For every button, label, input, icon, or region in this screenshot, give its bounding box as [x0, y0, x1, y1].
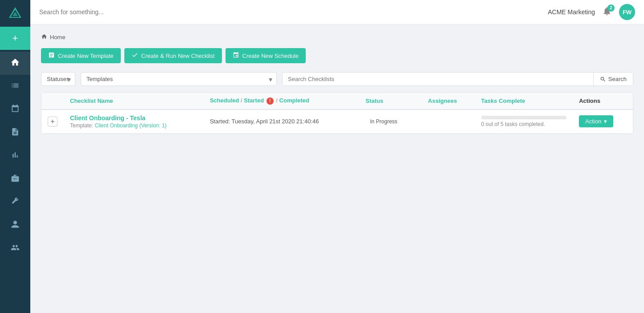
user-avatar[interactable]: FW [619, 4, 635, 20]
org-name: ACME Marketing [548, 8, 595, 16]
create-schedule-label: Create New Schedule [242, 53, 299, 59]
progress-bar [481, 116, 567, 119]
person-icon [11, 220, 20, 231]
started-date: Started: Tuesday, April 21st 2020 21:40:… [210, 118, 319, 125]
search-button-label: Search [608, 76, 627, 82]
add-button[interactable]: + [0, 27, 30, 50]
checklists-table: Checklist Name Scheduled / Started ! / C… [41, 92, 633, 134]
checklist-search-input[interactable] [283, 73, 593, 85]
templates-filter-wrapper: Templates [81, 72, 277, 86]
global-search-input[interactable] [39, 8, 548, 16]
action-dropdown-button[interactable]: Action ▾ [579, 115, 613, 127]
col-assignees: Assignees [422, 93, 475, 110]
status-filter-wrapper: Statuses [41, 72, 75, 86]
warning-icon: ! [267, 98, 274, 105]
actions-cell: Action ▾ [573, 110, 633, 134]
page-content: Home Create New Template Create & Run Ne… [30, 24, 644, 313]
list-icon [11, 81, 20, 92]
wrench-icon [11, 197, 20, 208]
expand-col-header [41, 93, 64, 110]
breadcrumb-home-link[interactable]: Home [50, 34, 66, 41]
col-tasks-complete: Tasks Complete [475, 93, 573, 110]
sidebar-item-list[interactable] [0, 75, 30, 98]
scheduled-started-cell: Started: Tuesday, April 21st 2020 21:40:… [204, 110, 360, 134]
sidebar-item-briefcase[interactable] [0, 167, 30, 191]
sidebar-item-calendar[interactable] [0, 98, 30, 121]
checklist-search-button[interactable]: Search [593, 73, 633, 85]
sidebar-item-notes[interactable] [0, 121, 30, 144]
sidebar-item-wrench[interactable] [0, 191, 30, 214]
sidebar-item-group[interactable] [0, 237, 30, 260]
assignees-cell [422, 110, 475, 134]
breadcrumb: Home [41, 33, 633, 41]
templates-filter[interactable]: Templates [81, 72, 277, 86]
sidebar-item-chart[interactable] [0, 144, 30, 167]
sidebar-nav [0, 52, 30, 260]
create-checklist-button[interactable]: Create & Run New Checklist [124, 48, 222, 63]
briefcase-icon [11, 174, 20, 185]
col-status: Status [359, 93, 422, 110]
checklist-run-icon [131, 52, 138, 60]
notification-bell[interactable]: 2 [602, 6, 612, 18]
avatar-initials: FW [623, 9, 632, 16]
template-icon [48, 52, 55, 60]
checklist-search-box: Search [282, 72, 633, 86]
tasks-complete-cell: 0 out of 5 tasks completed. [475, 110, 573, 134]
topbar: ACME Marketing 2 FW [30, 0, 644, 24]
col-actions: Actions [573, 93, 633, 110]
schedule-icon [233, 52, 239, 60]
checklist-name-link[interactable]: Client Onboarding - Tesla [70, 114, 197, 122]
filters-row: Statuses Templates Search [41, 72, 633, 86]
home-icon [10, 57, 20, 69]
dropdown-caret-icon: ▾ [604, 118, 607, 125]
table-row: + Client Onboarding - Tesla Template: Cl… [41, 110, 633, 134]
calendar-icon [11, 104, 20, 115]
status-filter[interactable]: Statuses [41, 72, 75, 86]
topbar-right: ACME Marketing 2 FW [548, 4, 635, 20]
template-name-link[interactable]: Client Onboarding (Version: 1) [94, 122, 166, 129]
sidebar-item-person[interactable] [0, 214, 30, 237]
action-label: Action [585, 118, 601, 125]
action-buttons-row: Create New Template Create & Run New Che… [41, 48, 633, 63]
checklist-name-cell: Client Onboarding - Tesla Template: Clie… [64, 110, 204, 134]
col-scheduled-started-completed: Scheduled / Started ! / Completed [204, 93, 360, 110]
notification-badge: 2 [607, 4, 615, 12]
expand-row-button[interactable]: + [48, 117, 57, 126]
create-checklist-label: Create & Run New Checklist [141, 53, 215, 59]
sidebar: + [0, 0, 30, 313]
status-badge: In Progress [365, 117, 402, 126]
create-schedule-button[interactable]: Create New Schedule [226, 48, 306, 63]
tasks-text: 0 out of 5 tasks completed. [481, 121, 567, 127]
create-template-label: Create New Template [58, 53, 114, 59]
create-template-button[interactable]: Create New Template [41, 48, 121, 63]
col-checklist-name: Checklist Name [64, 93, 204, 110]
status-cell: In Progress [359, 110, 422, 134]
checklist-template-info: Template: Client Onboarding (Version: 1) [70, 122, 197, 129]
main-area: ACME Marketing 2 FW Home Create [30, 0, 644, 313]
home-breadcrumb-icon [41, 33, 47, 41]
app-logo [0, 0, 30, 27]
expand-cell: + [41, 110, 64, 134]
notes-icon [11, 127, 20, 138]
bar-chart-icon [11, 150, 20, 162]
plus-icon: + [12, 33, 18, 44]
group-icon [11, 243, 20, 254]
sidebar-item-home[interactable] [0, 52, 30, 75]
